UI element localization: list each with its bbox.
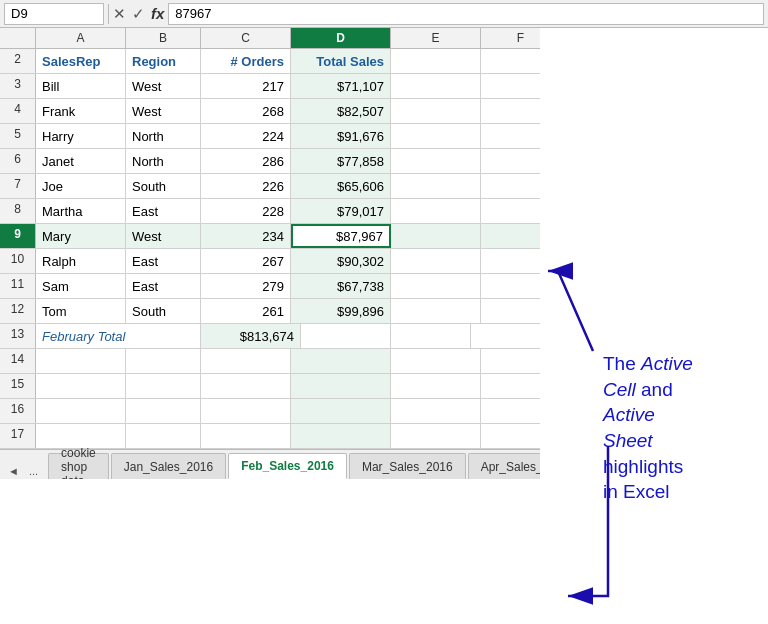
- cell-c17[interactable]: [201, 424, 291, 448]
- col-header-b[interactable]: B: [126, 28, 201, 48]
- cell-d16[interactable]: [291, 399, 391, 423]
- cell-c15[interactable]: [201, 374, 291, 398]
- cell-d3[interactable]: $71,107: [291, 74, 391, 98]
- cell-f17[interactable]: [481, 424, 540, 448]
- cell-d12[interactable]: $99,896: [291, 299, 391, 323]
- cell-c9[interactable]: 234: [201, 224, 291, 248]
- col-header-e[interactable]: E: [391, 28, 481, 48]
- cell-d7[interactable]: $65,606: [291, 174, 391, 198]
- cell-a2[interactable]: SalesRep: [36, 49, 126, 73]
- cell-a13[interactable]: February Total: [36, 324, 201, 348]
- cell-f5[interactable]: [481, 124, 540, 148]
- cell-e10[interactable]: [391, 249, 481, 273]
- cell-d17[interactable]: [291, 424, 391, 448]
- cell-d15[interactable]: [291, 374, 391, 398]
- cell-a16[interactable]: [36, 399, 126, 423]
- cell-c10[interactable]: 267: [201, 249, 291, 273]
- cell-d5[interactable]: $91,676: [291, 124, 391, 148]
- cell-e2[interactable]: [391, 49, 481, 73]
- cell-a3[interactable]: Bill: [36, 74, 126, 98]
- cell-c16[interactable]: [201, 399, 291, 423]
- cell-c7[interactable]: 226: [201, 174, 291, 198]
- tab-mar-sales[interactable]: Mar_Sales_2016: [349, 453, 466, 479]
- cell-a11[interactable]: Sam: [36, 274, 126, 298]
- cell-e3[interactable]: [391, 74, 481, 98]
- cell-a4[interactable]: Frank: [36, 99, 126, 123]
- cell-b2[interactable]: Region: [126, 49, 201, 73]
- cell-e14[interactable]: [391, 349, 481, 373]
- cell-a6[interactable]: Janet: [36, 149, 126, 173]
- cell-f7[interactable]: [481, 174, 540, 198]
- cell-f13[interactable]: [391, 324, 471, 348]
- cell-c8[interactable]: 228: [201, 199, 291, 223]
- tab-cookie-shop[interactable]: cookie shop data: [48, 453, 109, 479]
- confirm-icon[interactable]: ✓: [132, 5, 145, 23]
- cell-e17[interactable]: [391, 424, 481, 448]
- cell-d10[interactable]: $90,302: [291, 249, 391, 273]
- cell-b5[interactable]: North: [126, 124, 201, 148]
- tab-apr-sales[interactable]: Apr_Sales_2016: [468, 453, 540, 479]
- cell-c2[interactable]: # Orders: [201, 49, 291, 73]
- cancel-icon[interactable]: ✕: [113, 5, 126, 23]
- tab-navigation[interactable]: ◄ ...: [4, 463, 42, 479]
- cell-b9[interactable]: West: [126, 224, 201, 248]
- cell-a14[interactable]: [36, 349, 126, 373]
- fx-icon[interactable]: fx: [151, 5, 164, 22]
- cell-e6[interactable]: [391, 149, 481, 173]
- cell-a17[interactable]: [36, 424, 126, 448]
- cell-f2[interactable]: [481, 49, 540, 73]
- cell-c4[interactable]: 268: [201, 99, 291, 123]
- cell-d4[interactable]: $82,507: [291, 99, 391, 123]
- cell-c6[interactable]: 286: [201, 149, 291, 173]
- cell-e11[interactable]: [391, 274, 481, 298]
- name-box[interactable]: D9: [4, 3, 104, 25]
- cell-d13[interactable]: $813,674: [201, 324, 301, 348]
- cell-f11[interactable]: [481, 274, 540, 298]
- col-header-f[interactable]: F: [481, 28, 540, 48]
- cell-f8[interactable]: [481, 199, 540, 223]
- cell-f15[interactable]: [481, 374, 540, 398]
- cell-b12[interactable]: South: [126, 299, 201, 323]
- cell-e12[interactable]: [391, 299, 481, 323]
- cell-e16[interactable]: [391, 399, 481, 423]
- cell-d9-active[interactable]: $87,967: [291, 224, 391, 248]
- cell-e9[interactable]: [391, 224, 481, 248]
- cell-f16[interactable]: [481, 399, 540, 423]
- cell-d2[interactable]: Total Sales: [291, 49, 391, 73]
- cell-f3[interactable]: [481, 74, 540, 98]
- cell-b4[interactable]: West: [126, 99, 201, 123]
- cell-f12[interactable]: [481, 299, 540, 323]
- cell-e8[interactable]: [391, 199, 481, 223]
- cell-b3[interactable]: West: [126, 74, 201, 98]
- cell-c11[interactable]: 279: [201, 274, 291, 298]
- cell-f14[interactable]: [481, 349, 540, 373]
- cell-f4[interactable]: [481, 99, 540, 123]
- cell-d11[interactable]: $67,738: [291, 274, 391, 298]
- cell-b14[interactable]: [126, 349, 201, 373]
- cell-b17[interactable]: [126, 424, 201, 448]
- cell-c12[interactable]: 261: [201, 299, 291, 323]
- cell-b16[interactable]: [126, 399, 201, 423]
- cell-f6[interactable]: [481, 149, 540, 173]
- formula-input[interactable]: [168, 3, 764, 25]
- cell-a8[interactable]: Martha: [36, 199, 126, 223]
- tab-next-icon[interactable]: ...: [25, 463, 42, 479]
- cell-f10[interactable]: [481, 249, 540, 273]
- cell-d14[interactable]: [291, 349, 391, 373]
- cell-b6[interactable]: North: [126, 149, 201, 173]
- cell-b10[interactable]: East: [126, 249, 201, 273]
- cell-b7[interactable]: South: [126, 174, 201, 198]
- cell-e15[interactable]: [391, 374, 481, 398]
- tab-prev-icon[interactable]: ◄: [4, 463, 23, 479]
- tab-feb-sales[interactable]: Feb_Sales_2016: [228, 453, 347, 479]
- cell-a5[interactable]: Harry: [36, 124, 126, 148]
- cell-a12[interactable]: Tom: [36, 299, 126, 323]
- col-header-c[interactable]: C: [201, 28, 291, 48]
- col-header-d[interactable]: D: [291, 28, 391, 48]
- cell-a9[interactable]: Mary: [36, 224, 126, 248]
- cell-e7[interactable]: [391, 174, 481, 198]
- cell-a10[interactable]: Ralph: [36, 249, 126, 273]
- cell-e5[interactable]: [391, 124, 481, 148]
- tab-jan-sales[interactable]: Jan_Sales_2016: [111, 453, 226, 479]
- cell-c3[interactable]: 217: [201, 74, 291, 98]
